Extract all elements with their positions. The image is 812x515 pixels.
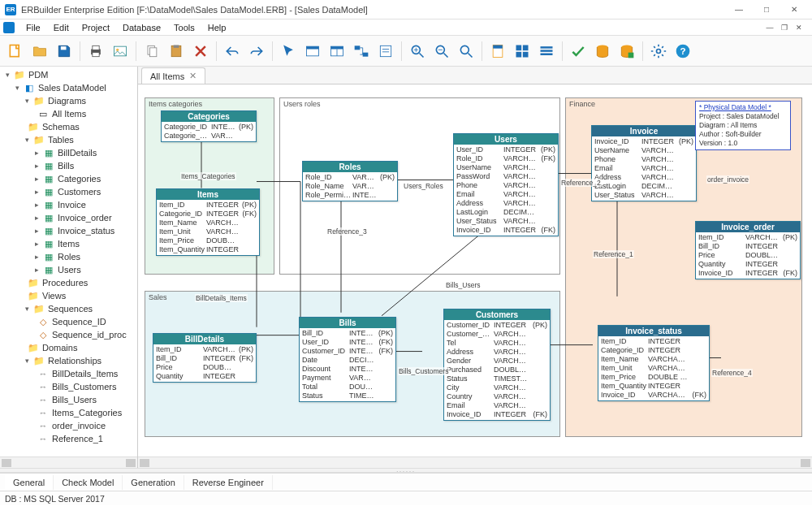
sequence-icon: ◇ <box>37 317 49 327</box>
tree-table-item[interactable]: ▸▦Bills <box>2 159 136 172</box>
tree-relationship-item[interactable]: ↔Bills_Customers <box>2 380 136 393</box>
tab-all-items[interactable]: All Items ✕ <box>141 67 205 84</box>
window-close-button[interactable]: ✕ <box>781 2 807 18</box>
menu-project[interactable]: Project <box>76 21 116 34</box>
open-button[interactable] <box>29 41 50 62</box>
menu-database[interactable]: Database <box>116 21 167 34</box>
menu-tools[interactable]: Tools <box>167 21 201 34</box>
tree-all-items[interactable]: ▭All Items <box>2 107 136 120</box>
delete-button[interactable] <box>190 41 211 62</box>
mdi-maximize-button[interactable]: ❐ <box>778 22 791 33</box>
add-view-button[interactable] <box>326 41 348 62</box>
tree-sequence-item[interactable]: ◇Sequence_id_proc <box>2 328 136 341</box>
bottom-tab-reverse-engineer[interactable]: Reverse Engineer <box>184 475 273 490</box>
add-table-button[interactable] <box>302 41 323 62</box>
tree-table-item[interactable]: ▸▦Users <box>2 263 136 276</box>
entity-categories[interactable]: CategoriesCategorie_IDINTEGER(PK)Categor… <box>161 110 257 142</box>
bottom-tabstrip: General Check Model Generation Reverse E… <box>0 473 812 491</box>
bottom-tab-general[interactable]: General <box>5 475 54 490</box>
zoom-fit-button[interactable] <box>456 41 477 62</box>
svg-rect-37 <box>541 50 553 52</box>
svg-point-28 <box>460 45 469 54</box>
tree-table-item[interactable]: ▸▦Roles <box>2 250 136 263</box>
diagram-canvas[interactable]: Items categories Users roles Finance Sal… <box>138 84 812 457</box>
sidebar-scrollbar[interactable] <box>0 457 137 468</box>
diagram-tabstrip: All Items ✕ <box>138 67 812 84</box>
menu-help[interactable]: Help <box>201 21 233 34</box>
entity-column: Categorie_IDINTEGER <box>601 346 706 355</box>
tree-table-item[interactable]: ▸▦Customers <box>2 185 136 198</box>
tree-schemas[interactable]: 📁Schemas <box>2 120 136 133</box>
help-button[interactable]: ? <box>672 41 693 62</box>
tab-label: All Items <box>150 71 184 81</box>
print-button[interactable] <box>85 41 106 62</box>
tree-relationship-item[interactable]: ↔order_invoice <box>2 419 136 432</box>
tree-relationship-item[interactable]: ↔Items_Categories <box>2 406 136 419</box>
mdi-close-button[interactable]: ✕ <box>793 22 806 33</box>
window-maximize-button[interactable]: □ <box>754 2 780 18</box>
entity-invoice-status[interactable]: Invoice_statusItem_IDINTEGERCategorie_ID… <box>598 325 710 401</box>
entity-billdetails[interactable]: BillDetailsItem_IDVARCHAR(5)(PK)Bill_IDI… <box>153 333 257 383</box>
project-tree[interactable]: ▾📁PDM ▾◧Sales DataModel ▾📁Diagrams ▭All … <box>0 67 137 457</box>
tree-table-item[interactable]: ▸▦Invoice_status <box>2 224 136 237</box>
tree-sequences[interactable]: ▾📁Sequences <box>2 302 136 315</box>
menu-file[interactable]: File <box>19 21 47 34</box>
entity-column: Item_QuantityINTEGER <box>601 382 706 391</box>
menu-edit[interactable]: Edit <box>47 21 76 34</box>
redo-button[interactable] <box>246 41 267 62</box>
document-button[interactable] <box>487 41 508 62</box>
paste-button[interactable] <box>166 41 187 62</box>
tree-table-item[interactable]: ▸▦Items <box>2 237 136 250</box>
add-relationship-button[interactable] <box>351 41 372 62</box>
validate-button[interactable] <box>568 41 589 62</box>
rel-label: BillDetails_Items <box>195 294 248 302</box>
entity-customers[interactable]: CustomersCustomer_IDINTEGER(PK)Customer_… <box>443 309 551 421</box>
tree-relationship-item[interactable]: ↔Bills_Users <box>2 393 136 406</box>
reverse-db-button[interactable] <box>616 41 637 62</box>
tree-tables[interactable]: ▾📁Tables <box>2 133 136 146</box>
entity-bills[interactable]: BillsBill_IDINTEGER(PK)User_IDINTEGER(FK… <box>299 317 396 402</box>
svg-rect-35 <box>523 51 529 57</box>
tree-table-item[interactable]: ▸▦Invoice <box>2 198 136 211</box>
tree-sequence-item[interactable]: ◇Sequence_ID <box>2 315 136 328</box>
entity-items[interactable]: ItemsItem_IDINTEGER(PK)Categorie_IDINTEG… <box>156 188 260 256</box>
tree-relationship-item[interactable]: ↔Reference_1 <box>2 432 136 445</box>
tree-table-item[interactable]: ▸▦Invoice_order <box>2 211 136 224</box>
settings-button[interactable] <box>648 41 669 62</box>
bottom-tab-check-model[interactable]: Check Model <box>54 475 123 490</box>
pointer-tool-button[interactable] <box>278 41 299 62</box>
tree-views[interactable]: 📁Views <box>2 289 136 302</box>
tree-relationships[interactable]: ▾📁Relationships <box>2 354 136 367</box>
canvas-scrollbar[interactable] <box>138 457 812 468</box>
save-button[interactable] <box>54 41 75 62</box>
mdi-minimize-button[interactable]: — <box>763 22 776 33</box>
grid-button[interactable] <box>512 41 533 62</box>
entity-users[interactable]: UsersUser_IDINTEGER(PK)Role_IDVARCHAR(5)… <box>453 133 559 236</box>
export-image-button[interactable] <box>110 41 131 62</box>
entity-column: UserNameVARCHAR(50) <box>456 163 555 172</box>
tree-project[interactable]: ▾◧Sales DataModel <box>2 81 136 94</box>
entity-invoice-order[interactable]: Invoice_orderItem_IDVARCHAR(5)(PK)Bill_I… <box>695 221 801 279</box>
tree-table-item[interactable]: ▸▦BillDetails <box>2 146 136 159</box>
undo-button[interactable] <box>222 41 243 62</box>
tree-domains[interactable]: 📁Domains <box>2 341 136 354</box>
tree-root[interactable]: ▾📁PDM <box>2 68 136 81</box>
zoom-in-button[interactable] <box>407 41 428 62</box>
window-minimize-button[interactable]: — <box>726 2 752 18</box>
bottom-tab-generation[interactable]: Generation <box>123 475 184 490</box>
tree-relationship-item[interactable]: ↔BillDetails_Items <box>2 367 136 380</box>
generate-db-button[interactable] <box>592 41 613 62</box>
list-button[interactable] <box>536 41 557 62</box>
tab-close-button[interactable]: ✕ <box>189 71 197 81</box>
tree-table-item[interactable]: ▸▦Categories <box>2 172 136 185</box>
diagram-info-box[interactable]: * Physical Data Model * Project : Sales … <box>695 101 791 150</box>
new-project-button[interactable] <box>5 41 26 62</box>
entity-invoice[interactable]: InvoiceInvoice_IDINTEGER(PK)UserNameVARC… <box>591 125 697 201</box>
tree-diagrams[interactable]: ▾📁Diagrams <box>2 94 136 107</box>
entity-header: Users <box>454 134 558 145</box>
copy-button[interactable] <box>141 41 162 62</box>
entity-roles[interactable]: RolesRole_IDVARCHAR(5)(PK)Role_NameVARCH… <box>302 161 398 201</box>
tree-procedures[interactable]: 📁Procedures <box>2 276 136 289</box>
add-note-button[interactable] <box>375 41 396 62</box>
zoom-out-button[interactable] <box>431 41 452 62</box>
